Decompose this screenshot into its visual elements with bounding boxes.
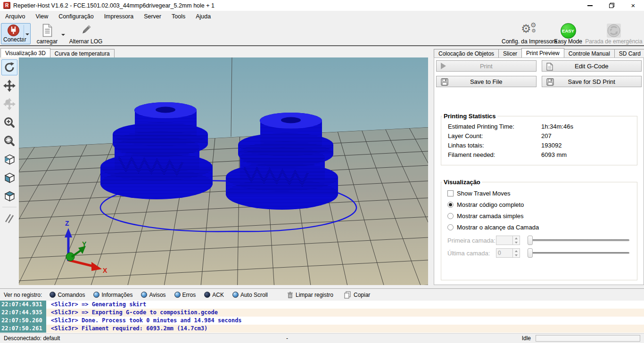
edit-gcode-button[interactable]: Edit G-Code (542, 60, 642, 72)
front-view-button[interactable] (1, 170, 17, 186)
parallel-projection-icon (3, 212, 16, 224)
copy-log-button[interactable]: Copiar (344, 291, 370, 299)
easy-mode-button[interactable]: EASY Easy Mode (554, 23, 582, 45)
filter-comandos[interactable]: Comandos (50, 292, 85, 298)
tab-colocacao-de-objetos[interactable]: Colocação de Objetos (434, 49, 499, 57)
tool-strip-separator (2, 207, 17, 207)
menu-ajuda[interactable]: Ajuda (190, 12, 216, 21)
stat-label: Estimated Printing Time: (448, 123, 541, 130)
show-layer-range-radio[interactable] (447, 224, 454, 230)
show-single-layer-label: Mostrar camada simples (457, 212, 524, 220)
move-object-icon (3, 98, 16, 110)
minimize-button[interactable] (579, 0, 601, 11)
close-button[interactable]: × (622, 0, 644, 11)
save-to-file-button[interactable]: Save to File (436, 76, 537, 87)
menu-view[interactable]: View (30, 12, 53, 21)
tab-slicer[interactable]: Slicer (498, 49, 522, 57)
parallel-projection-button[interactable] (1, 210, 17, 226)
show-complete-code-option[interactable]: Mostrar código completo (441, 199, 637, 210)
menu-arquivo[interactable]: Arquivo (0, 12, 30, 21)
clear-log-label: Limpar registro (296, 292, 333, 298)
toggle-log-label: Alternar LOG (69, 39, 103, 45)
rotate-view-button[interactable] (1, 59, 17, 75)
filter-ack[interactable]: ACK (204, 292, 224, 298)
log-timestamp: 22:07:50.261 (0, 325, 46, 333)
tab-controle-manual[interactable]: Controle Manual (564, 49, 615, 57)
tab-visualizacao-3d[interactable]: Visualização 3D (0, 48, 50, 57)
toggle-log-button[interactable]: Alternar LOG (64, 24, 107, 45)
visualization-title: Visualização (442, 179, 482, 186)
last-layer-value: 0 (496, 248, 513, 258)
top-view-button[interactable] (1, 188, 17, 204)
show-complete-code-radio[interactable] (447, 202, 454, 208)
clear-log-button[interactable]: Limpar registro (287, 291, 333, 299)
z-axis-label: Z (65, 220, 69, 227)
log-output[interactable]: 22:07:44.931 <Slic3r> => Generating skir… (0, 301, 644, 333)
stat-row: Linhas totais: 193092 (441, 140, 637, 150)
filter-auto-scroll[interactable]: Auto Scroll (232, 292, 268, 298)
log-message: <Slic3r> => Generating skirt (46, 301, 146, 309)
filter-erros[interactable]: Erros (174, 292, 196, 298)
connect-separator (24, 25, 24, 42)
menu-tools[interactable]: Tools (166, 12, 190, 21)
zoom-in-button[interactable] (1, 114, 17, 131)
move-view-button[interactable] (1, 78, 17, 94)
log-message: <Slic3r> Filament required: 6093.2mm (14… (46, 325, 207, 333)
printing-statistics-group: Printing Statistics Estimated Printing T… (441, 113, 637, 165)
zoom-in-icon (3, 116, 16, 129)
restore-button[interactable] (601, 0, 622, 11)
connection-status: Desconectado: default (4, 335, 60, 342)
slider-handle (528, 236, 533, 245)
tab-curva-de-temperatura[interactable]: Curva de temperatura (50, 49, 115, 57)
emergency-stop-label: Parada de emergência (585, 39, 642, 45)
tab-sd-card[interactable]: SD Card (614, 49, 644, 57)
log-message: <Slic3r> Done. Process took 0 minutes an… (46, 317, 242, 325)
save-file-icon (441, 78, 448, 86)
isometric-view-button[interactable] (1, 151, 17, 167)
menu-server[interactable]: Server (139, 12, 166, 21)
emergency-stop-button: Parada de emergência (585, 23, 643, 45)
last-layer-row: Última camada: 0 (441, 248, 637, 258)
progress-bar (536, 335, 640, 342)
tab-print-preview[interactable]: Print Preview (521, 48, 564, 57)
menu-configuracao[interactable]: Configuração (53, 12, 99, 21)
stat-value: 193092 (541, 142, 561, 149)
x-axis-label: X (103, 267, 107, 274)
window-controls: × (579, 0, 644, 11)
lamp-icon (174, 292, 181, 298)
last-layer-slider (528, 248, 629, 258)
stat-label: Layer Count: (448, 132, 541, 139)
log-timestamp: 22:07:44.935 (0, 309, 46, 317)
printer-config-button[interactable]: ⚙ ⚙ ⚙ Config. da Impressora (500, 23, 559, 45)
menu-impressora[interactable]: Impressora (99, 12, 139, 21)
show-travel-moves-checkbox[interactable] (447, 190, 454, 196)
lamp-icon (93, 292, 99, 298)
save-for-sd-button[interactable]: Save for SD Print (542, 76, 642, 87)
log-row: 22:07:44.931 <Slic3r> => Generating skir… (0, 301, 644, 309)
radio-dot (449, 203, 452, 206)
show-single-layer-option[interactable]: Mostrar camada simples (441, 210, 637, 221)
show-travel-moves-option[interactable]: Show Travel Moves (441, 188, 637, 199)
filter-informacoes[interactable]: Informações (93, 292, 132, 298)
log-row: 22:07:50.261 <Slic3r> Filament required:… (0, 325, 644, 333)
connect-dropdown-icon[interactable] (25, 33, 29, 35)
fit-view-button[interactable] (1, 133, 17, 149)
show-single-layer-radio[interactable] (447, 213, 454, 219)
stat-value: 1h:34m:46s (541, 123, 573, 130)
3d-viewport[interactable]: X Z Y (19, 57, 428, 285)
document-icon (41, 24, 53, 37)
spin-down-icon (515, 254, 518, 256)
connect-button[interactable]: Conectar (1, 23, 31, 44)
copy-icon (344, 291, 351, 299)
load-button[interactable]: carregar (33, 24, 61, 45)
main-toolbar: Conectar carregar Alternar LOG ⚙ ⚙ ⚙ Con… (0, 22, 644, 46)
copy-log-label: Copiar (354, 292, 370, 298)
last-layer-spin-arrows (513, 248, 520, 258)
spin-up-icon (515, 237, 518, 239)
show-layer-range-option[interactable]: Mostrar o alcançe da Camada (441, 221, 637, 233)
front-view-icon (3, 172, 16, 184)
filter-avisos[interactable]: Avisos (141, 292, 165, 298)
status-bar: Desconectado: default - Idle (0, 333, 644, 343)
log-timestamp: 22:07:44.931 (0, 301, 46, 309)
stat-row: Filament needed: 6093 mm (441, 150, 637, 159)
